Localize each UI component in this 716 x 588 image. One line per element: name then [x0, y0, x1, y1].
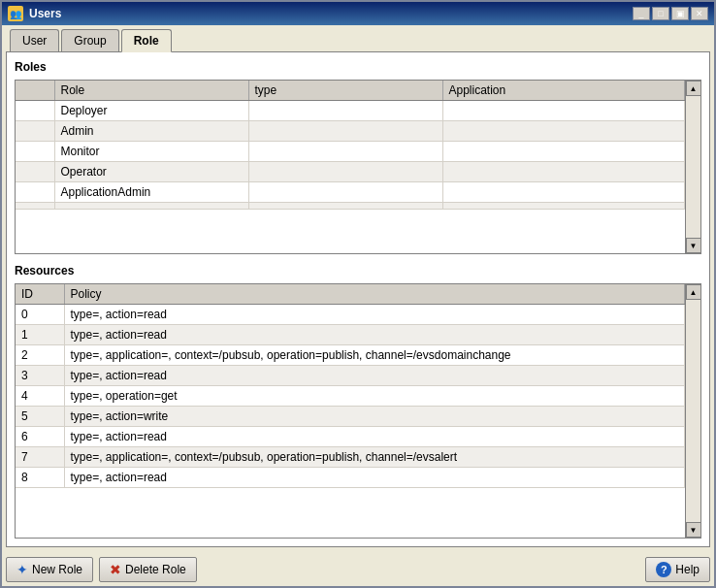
titlebar-controls: _ □ ▣ ✕	[633, 7, 708, 20]
roles-table-row[interactable]	[16, 203, 685, 210]
close-button[interactable]: ✕	[691, 7, 708, 20]
roles-cell-empty	[16, 142, 54, 162]
new-role-label: New Role	[32, 563, 82, 576]
resources-cell-id: 3	[16, 366, 64, 386]
resources-table-row[interactable]: 0 type=, action=read	[16, 305, 685, 325]
resources-table-container: ID Policy 0 type=, action=read 1 type=, …	[15, 283, 701, 539]
resources-cell-id: 0	[16, 305, 64, 325]
resources-cell-policy: type=, action=write	[64, 407, 685, 427]
titlebar-title: 👥 Users	[8, 6, 61, 21]
resources-scrollbar[interactable]: ▲ ▼	[685, 284, 700, 538]
roles-cell-type	[248, 162, 442, 182]
roles-scrollbar[interactable]: ▲ ▼	[685, 81, 700, 253]
resources-section-title: Resources	[15, 264, 701, 278]
resources-table-body: 0 type=, action=read 1 type=, action=rea…	[16, 305, 685, 488]
resources-table-row[interactable]: 3 type=, action=read	[16, 366, 685, 386]
resources-cell-policy: type=, action=read	[64, 366, 685, 386]
roles-cell-type	[248, 101, 442, 121]
roles-col-role: Role	[54, 81, 248, 101]
roles-col-empty	[16, 81, 54, 101]
content-area: User Group Role Roles Role type Applic	[2, 25, 714, 551]
resources-scroll-down[interactable]: ▼	[686, 522, 701, 538]
roles-cell-empty	[16, 101, 54, 121]
footer-left: ✦ New Role ✖ Delete Role	[6, 557, 197, 582]
maximize-button[interactable]: □	[652, 7, 669, 20]
resources-table-row[interactable]: 4 type=, operation=get	[16, 386, 685, 407]
restore-button[interactable]: ▣	[671, 7, 689, 20]
window-icon: 👥	[8, 6, 23, 21]
roles-cell-empty	[16, 203, 54, 210]
roles-cell-role	[54, 203, 248, 210]
resources-cell-id: 2	[16, 345, 64, 366]
new-role-icon: ✦	[16, 562, 28, 577]
roles-table-row[interactable]: Admin	[16, 121, 685, 142]
roles-cell-role: Deployer	[54, 101, 248, 121]
resources-cell-policy: type=, action=read	[64, 468, 685, 488]
roles-cell-application	[442, 101, 685, 121]
resources-table-row[interactable]: 1 type=, action=read	[16, 325, 685, 345]
resources-cell-id: 5	[16, 407, 64, 427]
resources-cell-policy: type=, operation=get	[64, 386, 685, 407]
roles-table-row[interactable]: ApplicationAdmin	[16, 182, 685, 203]
resources-col-id: ID	[16, 284, 64, 305]
roles-cell-application	[442, 142, 685, 162]
footer: ✦ New Role ✖ Delete Role ? Help	[2, 551, 714, 586]
resources-cell-id: 4	[16, 386, 64, 407]
roles-table-row[interactable]: Monitor	[16, 142, 685, 162]
resources-cell-policy: type=, action=read	[64, 325, 685, 345]
resources-cell-policy: type=, action=read	[64, 305, 685, 325]
resources-cell-id: 1	[16, 325, 64, 345]
resources-table-row[interactable]: 6 type=, action=read	[16, 427, 685, 447]
roles-section-title: Roles	[15, 60, 701, 74]
tab-role[interactable]: Role	[121, 29, 172, 52]
roles-table-row[interactable]: Operator	[16, 162, 685, 182]
roles-cell-type	[248, 203, 442, 210]
roles-cell-role: ApplicationAdmin	[54, 182, 248, 203]
roles-scroll-up[interactable]: ▲	[686, 81, 701, 96]
delete-role-label: Delete Role	[125, 563, 186, 576]
resources-col-policy: Policy	[64, 284, 685, 305]
roles-scroll-track[interactable]	[686, 96, 700, 238]
roles-col-type: type	[248, 81, 442, 101]
resources-cell-id: 8	[16, 468, 64, 488]
roles-table-row[interactable]: Deployer	[16, 101, 685, 121]
main-window: 👥 Users _ □ ▣ ✕ User Group Role Roles	[0, 0, 716, 588]
resources-cell-id: 6	[16, 427, 64, 447]
roles-cell-application	[442, 162, 685, 182]
help-button[interactable]: ? Help	[645, 557, 710, 582]
resources-table-scroll[interactable]: ID Policy 0 type=, action=read 1 type=, …	[16, 284, 685, 538]
roles-table: Role type Application Deployer Admin Mon…	[16, 81, 685, 210]
resources-cell-policy: type=, application=, context=/pubsub, op…	[64, 345, 685, 366]
roles-cell-empty	[16, 121, 54, 142]
resources-table-row[interactable]: 2 type=, application=, context=/pubsub, …	[16, 345, 685, 366]
resources-cell-policy: type=, application=, context=/pubsub, op…	[64, 447, 685, 468]
tab-user[interactable]: User	[10, 29, 59, 51]
window-title: Users	[29, 7, 61, 20]
roles-col-application: Application	[442, 81, 685, 101]
resources-table-row[interactable]: 8 type=, action=read	[16, 468, 685, 488]
new-role-button[interactable]: ✦ New Role	[6, 557, 93, 582]
resources-cell-policy: type=, action=read	[64, 427, 685, 447]
resources-scroll-up[interactable]: ▲	[686, 284, 701, 300]
tab-content-role: Roles Role type Application	[6, 51, 710, 547]
roles-table-body: Deployer Admin Monitor Operator Applicat…	[16, 101, 685, 210]
minimize-button[interactable]: _	[633, 7, 650, 20]
roles-cell-empty	[16, 162, 54, 182]
roles-cell-application	[442, 182, 685, 203]
resources-scroll-track[interactable]	[686, 300, 700, 522]
roles-cell-type	[248, 182, 442, 203]
roles-table-scroll: Role type Application Deployer Admin Mon…	[16, 81, 685, 253]
delete-role-button[interactable]: ✖ Delete Role	[99, 557, 197, 582]
roles-cell-type	[248, 142, 442, 162]
tab-group[interactable]: Group	[61, 29, 118, 51]
resources-table-wrap: ID Policy 0 type=, action=read 1 type=, …	[16, 284, 700, 538]
titlebar: 👥 Users _ □ ▣ ✕	[2, 2, 714, 25]
roles-cell-application	[442, 203, 685, 210]
resources-cell-id: 7	[16, 447, 64, 468]
tab-bar: User Group Role	[6, 29, 710, 51]
roles-cell-role: Admin	[54, 121, 248, 142]
roles-scroll-down[interactable]: ▼	[686, 238, 701, 253]
resources-table-row[interactable]: 5 type=, action=write	[16, 407, 685, 427]
roles-cell-role: Operator	[54, 162, 248, 182]
resources-table-row[interactable]: 7 type=, application=, context=/pubsub, …	[16, 447, 685, 468]
